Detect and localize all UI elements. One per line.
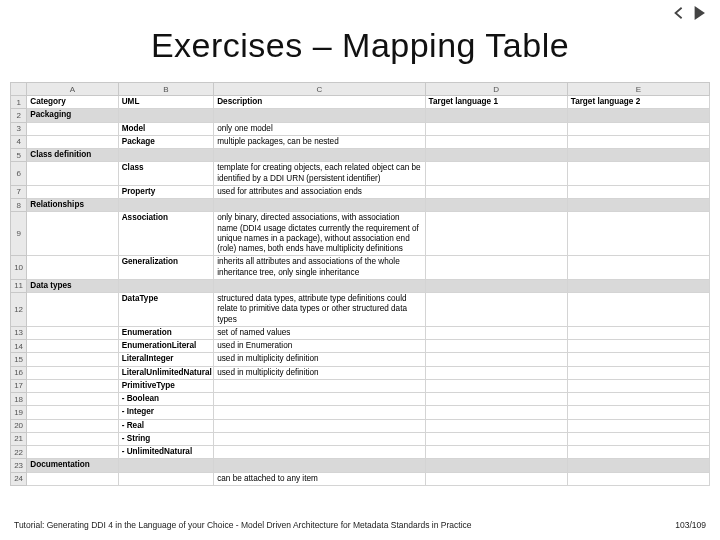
empty-cell (27, 379, 118, 392)
uml-cell: EnumerationLiteral (118, 340, 214, 353)
empty-cell (118, 199, 214, 212)
target2-cell (567, 353, 709, 366)
uml-cell: PrimitiveType (118, 379, 214, 392)
empty-cell (567, 109, 709, 122)
target1-cell (425, 472, 567, 485)
uml-cell: Enumeration (118, 326, 214, 339)
target1-cell (425, 446, 567, 459)
table-row: 24can be attached to any item (11, 472, 710, 485)
desc-cell: set of named values (214, 326, 425, 339)
empty-cell (27, 406, 118, 419)
target1-cell (425, 256, 567, 280)
target1-cell (425, 326, 567, 339)
empty-cell (425, 199, 567, 212)
desc-cell: multiple packages, can be nested (214, 135, 425, 148)
desc-cell: only binary, directed associations, with… (214, 212, 425, 256)
table-row: 13Enumerationset of named values (11, 326, 710, 339)
uml-cell: Association (118, 212, 214, 256)
uml-cell: Class (118, 162, 214, 186)
uml-cell: - Real (118, 419, 214, 432)
table-row: 17PrimitiveType (11, 379, 710, 392)
desc-cell: used in multiplicity definition (214, 353, 425, 366)
target2-cell (567, 162, 709, 186)
category-cell: Relationships (27, 199, 118, 212)
empty-cell (567, 459, 709, 472)
target2-cell (567, 472, 709, 485)
target2-cell (567, 340, 709, 353)
table-row: 15LiteralIntegerused in multiplicity def… (11, 353, 710, 366)
empty-cell (567, 199, 709, 212)
target2-cell (567, 135, 709, 148)
empty-cell (27, 122, 118, 135)
col-letter: B (118, 83, 214, 96)
empty-cell (27, 135, 118, 148)
empty-cell (27, 256, 118, 280)
target1-cell (425, 135, 567, 148)
empty-cell (567, 279, 709, 292)
empty-cell (27, 353, 118, 366)
table-row: 4Packagemultiple packages, can be nested (11, 135, 710, 148)
page-number: 103/109 (675, 520, 706, 530)
uml-cell: LiteralInteger (118, 353, 214, 366)
empty-cell (27, 162, 118, 186)
empty-cell (27, 366, 118, 379)
table-row: 18- Boolean (11, 393, 710, 406)
table-row: 11Data types (11, 279, 710, 292)
target2-cell (567, 293, 709, 327)
uml-cell: LiteralUnlimitedNatural (118, 366, 214, 379)
desc-cell (214, 446, 425, 459)
desc-cell: can be attached to any item (214, 472, 425, 485)
empty-cell (214, 279, 425, 292)
target1-cell (425, 353, 567, 366)
uml-cell: Property (118, 185, 214, 198)
empty-cell (425, 279, 567, 292)
empty-cell (27, 432, 118, 445)
slide-title: Exercises – Mapping Table (0, 0, 720, 75)
empty-cell (214, 199, 425, 212)
target1-cell (425, 340, 567, 353)
empty-cell (118, 149, 214, 162)
nav-next-icon[interactable] (692, 6, 706, 24)
desc-cell: used for attributes and association ends (214, 185, 425, 198)
table-row: 7Propertyused for attributes and associa… (11, 185, 710, 198)
row-number: 11 (11, 279, 27, 292)
row-number: 15 (11, 353, 27, 366)
empty-cell (214, 149, 425, 162)
empty-cell (27, 340, 118, 353)
row-number: 14 (11, 340, 27, 353)
empty-cell (214, 459, 425, 472)
header-cell: UML (118, 96, 214, 109)
desc-cell: template for creating objects, each rela… (214, 162, 425, 186)
row-number: 13 (11, 326, 27, 339)
row-number: 9 (11, 212, 27, 256)
table-row: 22- UnlimitedNatural (11, 446, 710, 459)
target2-cell (567, 393, 709, 406)
target2-cell (567, 366, 709, 379)
empty-cell (27, 472, 118, 485)
empty-cell (214, 109, 425, 122)
row-number: 18 (11, 393, 27, 406)
empty-cell (27, 393, 118, 406)
col-letter: E (567, 83, 709, 96)
table-row: 8Relationships (11, 199, 710, 212)
empty-cell (118, 279, 214, 292)
row-number: 21 (11, 432, 27, 445)
row-number: 20 (11, 419, 27, 432)
table-row: 5Class definition (11, 149, 710, 162)
row-number: 19 (11, 406, 27, 419)
uml-cell: Model (118, 122, 214, 135)
empty-cell (27, 185, 118, 198)
table-row: 3Modelonly one model (11, 122, 710, 135)
col-letter: C (214, 83, 425, 96)
uml-cell: - Boolean (118, 393, 214, 406)
desc-cell (214, 393, 425, 406)
category-cell: Data types (27, 279, 118, 292)
table-row: 14EnumerationLiteralused in Enumeration (11, 340, 710, 353)
target1-cell (425, 379, 567, 392)
nav-prev-icon[interactable] (672, 6, 686, 24)
row-number: 17 (11, 379, 27, 392)
row-number: 1 (11, 96, 27, 109)
category-cell: Class definition (27, 149, 118, 162)
row-number: 3 (11, 122, 27, 135)
row-number: 23 (11, 459, 27, 472)
